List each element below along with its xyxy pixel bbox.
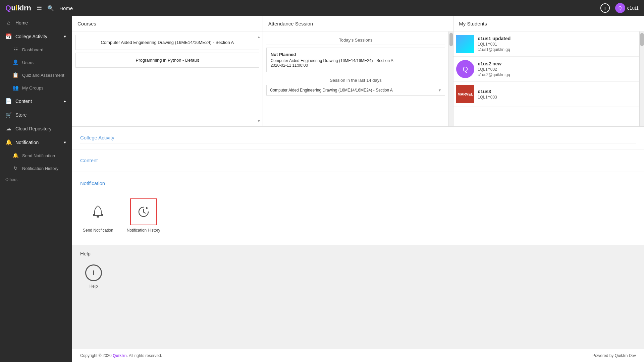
sidebar-send-notif-label: Send Notification — [22, 153, 55, 158]
sidebar-item-quiz[interactable]: 📋 Quiz and Assessment — [0, 69, 72, 81]
sidebar-notification-label: Notification — [15, 140, 39, 145]
student-avatar-2: MARVEL — [456, 85, 474, 103]
home-icon: ⌂ — [5, 20, 12, 26]
scrollbar-thumb — [449, 33, 453, 46]
sidebar-item-dashboard[interactable]: ☷ Dashboard — [0, 43, 72, 56]
course-item-1[interactable]: Programming in Python - Default — [75, 53, 259, 68]
logo-rest-text: uiklrn — [11, 4, 31, 12]
attendance-scrollbar[interactable] — [448, 32, 453, 126]
last14-label: Session in the last 14 days — [266, 75, 445, 85]
user-menu[interactable]: Q c1ut1 — [615, 3, 639, 13]
others-label: Others — [0, 175, 72, 185]
student-avatar-0 — [456, 35, 474, 53]
sidebar-item-users[interactable]: 👤 Users — [0, 56, 72, 69]
divider-1 — [80, 143, 636, 143]
attendance-dropdown[interactable]: Computer Aided Engineering Drawing (16ME… — [266, 85, 445, 96]
topnav: Quiklrn ☰ 🔍 Home i Q c1ut1 — [0, 0, 644, 16]
student-item-0[interactable]: c1us1 updated 1QL1Y001 c1us1@quiklrn.gq — [453, 32, 639, 57]
footer-powered: Powered by QuikIrn Dev — [592, 353, 636, 358]
help-icon-item[interactable]: i Help — [80, 262, 107, 291]
notification-history-label: Notification History — [127, 228, 160, 233]
student-info-0: c1us1 updated 1QL1Y001 c1us1@quiklrn.gq — [478, 36, 511, 52]
student-id-2: 1QL1Y003 — [478, 95, 497, 100]
student-item-2[interactable]: MARVEL c1us3 1QL1Y003 — [453, 82, 639, 107]
content-icon: 📄 — [5, 98, 12, 104]
dropdown-value: Computer Aided Engineering Drawing (16ME… — [270, 88, 393, 93]
help-section: Help i Help — [72, 245, 644, 299]
sidebar-item-cloudrepo[interactable]: ☁ Cloud Repository — [0, 122, 72, 135]
send-notification-label: Send Notification — [83, 228, 113, 233]
history-icon: ↻ — [12, 165, 19, 171]
notification-history-icon-item[interactable]: Notification History — [124, 196, 163, 235]
sidebar-quiz-label: Quiz and Assessment — [22, 73, 64, 78]
main-layout: ⌂ Home 📅 College Activity ▼ ☷ Dashboard … — [0, 16, 644, 362]
footer-rights: . All rights reserved. — [127, 353, 162, 358]
notification-icon: 🔔 — [5, 139, 12, 145]
logo[interactable]: Quiklrn — [5, 4, 31, 12]
students-scrollbar[interactable] — [639, 32, 644, 126]
student-info-2: c1us3 1QL1Y003 — [478, 89, 497, 100]
send-notification-icon-item[interactable]: Send Notification — [80, 196, 116, 235]
courses-panel: Courses Computer Aided Engineering Drawi… — [72, 16, 263, 126]
sidebar-content[interactable]: 📄 Content ► — [0, 94, 72, 108]
footer-copyright-text: Copyright © 2020 — [80, 353, 113, 358]
topnav-right: i Q c1ut1 — [600, 3, 639, 13]
courses-panel-header: Courses — [72, 16, 263, 32]
sidebar-college-label: College Activity — [15, 34, 47, 39]
scroll-down-btn[interactable]: ▼ — [257, 119, 261, 123]
student-name-2: c1us3 — [478, 89, 497, 94]
attendance-datetime: 2020-02-11 11:00:00 — [271, 63, 441, 68]
footer-brand: Quiklrn — [113, 353, 127, 358]
quiz-icon: 📋 — [12, 72, 19, 78]
bell-icon — [91, 204, 105, 219]
student-email-0: c1us1@quiklrn.gq — [478, 47, 511, 52]
student-info-1: c1us2 new 1QL1Y002 c1us2@quiklrn.gq — [478, 61, 510, 77]
notification-icons-grid: Send Notification Notification History — [80, 190, 636, 241]
help-section-title: Help — [80, 251, 636, 256]
help-circle-icon: i — [85, 264, 102, 281]
search-icon[interactable]: 🔍 — [47, 5, 54, 11]
students-panel: My Students c1us1 updated 1QL1Y001 c1us1… — [453, 16, 644, 126]
chevron-down2-icon: ▼ — [63, 140, 67, 144]
sidebar-college-activity[interactable]: 📅 College Activity ▼ — [0, 29, 72, 43]
sidebar-item-notification-history[interactable]: ↻ Notification History — [0, 162, 72, 175]
sidebar-notif-history-label: Notification History — [22, 166, 58, 171]
menu-icon[interactable]: ☰ — [37, 4, 42, 12]
content-area: Courses Computer Aided Engineering Drawi… — [72, 16, 644, 362]
info-icon[interactable]: i — [600, 3, 610, 13]
chevron-down-icon: ▼ — [63, 35, 67, 39]
notification-section-title: Notification — [80, 176, 636, 187]
cloud-icon: ☁ — [5, 125, 12, 132]
students-panel-header: My Students — [453, 16, 644, 32]
footer: Copyright © 2020 Quiklrn. All rights res… — [72, 349, 644, 362]
user-label: c1ut1 — [627, 5, 639, 11]
dropdown-arrow-icon: ▼ — [438, 88, 441, 92]
bottom-content: College Activity Content Notification — [72, 127, 644, 349]
sidebar-content-label: Content — [15, 99, 32, 104]
send-icon: 🔔 — [12, 153, 19, 159]
student-item-1[interactable]: Q c1us2 new 1QL1Y002 c1us2@quiklrn.gq — [453, 57, 639, 82]
student-id-0: 1QL1Y001 — [478, 42, 511, 47]
course-item-0[interactable]: Computer Aided Engineering Drawing (16ME… — [75, 35, 259, 50]
nav-home-label[interactable]: Home — [59, 5, 73, 11]
sidebar-item-home[interactable]: ⌂ Home — [0, 16, 72, 29]
sidebar-item-send-notification[interactable]: 🔔 Send Notification — [0, 149, 72, 162]
help-label: Help — [90, 284, 98, 289]
student-name-0: c1us1 updated — [478, 36, 511, 41]
sidebar-item-mygroups[interactable]: 👥 My Groups — [0, 81, 72, 94]
attendance-panel: Attendance Session Today's Sessions Not … — [263, 16, 454, 126]
sidebar-store-label: Store — [15, 112, 26, 118]
college-icon: 📅 — [5, 33, 12, 40]
groups-icon: 👥 — [12, 85, 19, 91]
college-activity-section: College Activity — [72, 127, 644, 149]
sidebar-item-store[interactable]: 🛒 Store — [0, 108, 72, 122]
today-sessions-label: Today's Sessions — [266, 35, 445, 45]
scroll-up-btn[interactable]: ▲ — [257, 35, 261, 39]
college-activity-section-title: College Activity — [80, 131, 636, 142]
content-section: Content — [72, 149, 644, 172]
svg-rect-0 — [97, 216, 99, 218]
sidebar-notification[interactable]: 🔔 Notification ▼ — [0, 135, 72, 149]
logo-q-text: Q — [5, 4, 11, 12]
divider-2 — [80, 166, 636, 166]
divider-3 — [80, 189, 636, 189]
